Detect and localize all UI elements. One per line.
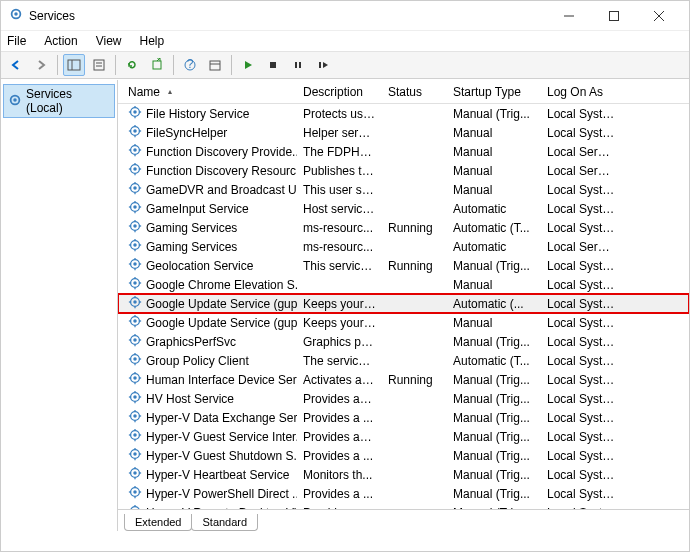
service-name: GraphicsPerfSvc [146, 335, 236, 349]
tree-root-services-local[interactable]: Services (Local) [3, 84, 115, 118]
svg-point-89 [133, 319, 137, 323]
svg-point-107 [133, 376, 137, 380]
service-row[interactable]: Hyper-V Guest Shutdown S...Provides a ..… [118, 446, 689, 465]
close-button[interactable] [636, 2, 681, 30]
service-row[interactable]: Google Update Service (gup...Keeps your … [118, 294, 689, 313]
column-header-startup-type[interactable]: Startup Type [447, 81, 541, 103]
service-description: The FDPHO... [297, 145, 382, 159]
tree-root-label: Services (Local) [26, 87, 110, 115]
service-row[interactable]: Human Interface Device Ser...Activates a… [118, 370, 689, 389]
properties-button[interactable] [88, 54, 110, 76]
pause-service-button[interactable] [287, 54, 309, 76]
service-list[interactable]: File History ServiceProtects use...Manua… [118, 104, 689, 509]
export-button[interactable] [146, 54, 168, 76]
service-row[interactable]: Google Chrome Elevation S...ManualLocal … [118, 275, 689, 294]
service-log-on-as: Local Syste... [541, 335, 621, 349]
service-startup-type: Automatic (T... [447, 354, 541, 368]
service-description: Protects use... [297, 107, 382, 121]
service-description: Helper servi... [297, 126, 382, 140]
svg-point-77 [133, 281, 137, 285]
tab-extended[interactable]: Extended [124, 514, 192, 531]
service-icon [128, 124, 142, 141]
service-row[interactable]: Hyper-V Heartbeat ServiceMonitors th...M… [118, 465, 689, 484]
start-service-button[interactable] [237, 54, 259, 76]
service-description: ms-resourc... [297, 221, 382, 235]
service-log-on-as: Local Syste... [541, 411, 621, 425]
service-row[interactable]: Hyper-V Data Exchange Ser...Provides a .… [118, 408, 689, 427]
service-icon [128, 295, 142, 312]
service-log-on-as: Local Syste... [541, 259, 621, 273]
service-startup-type: Manual (Trig... [447, 468, 541, 482]
service-row[interactable]: Geolocation ServiceThis service ...Runni… [118, 256, 689, 275]
service-startup-type: Manual [447, 278, 541, 292]
service-row[interactable]: Gaming Servicesms-resourc...RunningAutom… [118, 218, 689, 237]
back-button[interactable] [5, 54, 27, 76]
service-description: ms-resourc... [297, 240, 382, 254]
tree-pane: Services (Local) [1, 80, 118, 531]
service-row[interactable]: Gaming Servicesms-resourc...AutomaticLoc… [118, 237, 689, 256]
svg-point-41 [133, 167, 137, 171]
service-row[interactable]: Function Discovery Provide...The FDPHO..… [118, 142, 689, 161]
service-icon [128, 447, 142, 464]
service-row[interactable]: Hyper-V Guest Service Inter...Provides a… [118, 427, 689, 446]
service-row[interactable]: Google Update Service (gup...Keeps your … [118, 313, 689, 332]
service-status: Running [382, 221, 447, 235]
service-icon [128, 409, 142, 426]
service-row[interactable]: File History ServiceProtects use...Manua… [118, 104, 689, 123]
service-log-on-as: Local Syste... [541, 126, 621, 140]
column-header-status[interactable]: Status [382, 81, 447, 103]
toolbar-separator [57, 55, 58, 75]
maximize-button[interactable] [591, 2, 636, 30]
column-header-description[interactable]: Description [297, 81, 382, 103]
menu-view[interactable]: View [96, 34, 122, 48]
svg-point-113 [133, 395, 137, 399]
show-hide-tree-button[interactable] [63, 54, 85, 76]
menu-action[interactable]: Action [44, 34, 77, 48]
forward-button[interactable] [30, 54, 52, 76]
svg-point-137 [133, 471, 137, 475]
menu-help[interactable]: Help [140, 34, 165, 48]
tab-standard[interactable]: Standard [191, 514, 258, 531]
service-log-on-as: Local Service [541, 164, 621, 178]
service-row[interactable]: HV Host ServiceProvides an ...Manual (Tr… [118, 389, 689, 408]
toolbar-separator [231, 55, 232, 75]
service-name: FileSyncHelper [146, 126, 227, 140]
help-button[interactable]: ? [179, 54, 201, 76]
service-row[interactable]: Hyper-V PowerShell Direct ...Provides a … [118, 484, 689, 503]
service-log-on-as: Local Syste... [541, 430, 621, 444]
refresh-button[interactable] [121, 54, 143, 76]
service-status: Running [382, 373, 447, 387]
service-row[interactable]: GraphicsPerfSvcGraphics pe...Manual (Tri… [118, 332, 689, 351]
service-name: Function Discovery Provide... [146, 145, 297, 159]
svg-rect-16 [270, 62, 276, 68]
svg-point-119 [133, 414, 137, 418]
calendar-icon[interactable] [204, 54, 226, 76]
column-header-log-on-as[interactable]: Log On As [541, 81, 621, 103]
service-icon [128, 105, 142, 122]
service-icon [128, 485, 142, 502]
svg-point-83 [133, 300, 137, 304]
service-log-on-as: Local Syste... [541, 183, 621, 197]
service-name: Hyper-V Data Exchange Ser... [146, 411, 297, 425]
service-startup-type: Manual [447, 164, 541, 178]
stop-service-button[interactable] [262, 54, 284, 76]
service-log-on-as: Local Syste... [541, 278, 621, 292]
service-icon [128, 200, 142, 217]
column-header-name[interactable]: Name▴ [122, 81, 297, 103]
service-row[interactable]: Group Policy ClientThe service i...Autom… [118, 351, 689, 370]
service-row[interactable]: GameInput ServiceHost service...Automati… [118, 199, 689, 218]
service-log-on-as: Local Syste... [541, 373, 621, 387]
service-row[interactable]: FileSyncHelperHelper servi...ManualLocal… [118, 123, 689, 142]
menu-file[interactable]: File [7, 34, 26, 48]
main-area: Services (Local) Name▴ Description Statu… [1, 79, 689, 531]
svg-rect-14 [210, 61, 220, 70]
service-row[interactable]: Function Discovery Resourc...Publishes t… [118, 161, 689, 180]
service-startup-type: Manual (Trig... [447, 411, 541, 425]
service-name: GameDVR and Broadcast Us... [146, 183, 297, 197]
restart-service-button[interactable] [312, 54, 334, 76]
service-startup-type: Manual [447, 126, 541, 140]
service-description: The service i... [297, 354, 382, 368]
minimize-button[interactable] [546, 2, 591, 30]
service-name: Group Policy Client [146, 354, 249, 368]
service-row[interactable]: GameDVR and Broadcast Us...This user ser… [118, 180, 689, 199]
